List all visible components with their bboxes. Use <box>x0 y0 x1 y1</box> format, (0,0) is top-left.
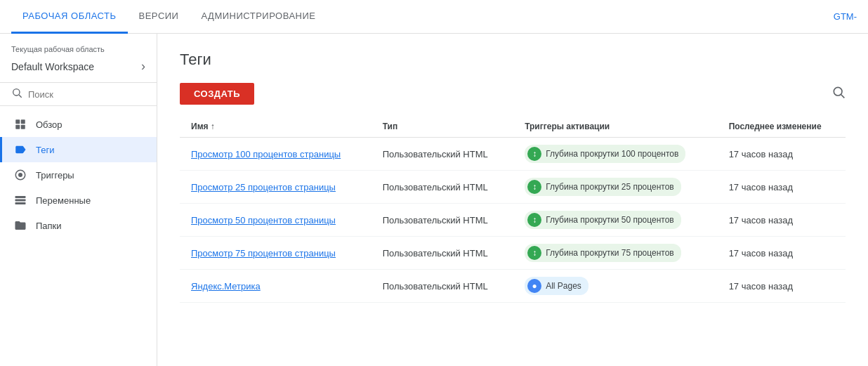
folders-icon <box>13 218 27 233</box>
tag-name-cell: Просмотр 75 процентов страницы <box>180 237 371 270</box>
sidebar-item-overview[interactable]: Обзор <box>0 112 157 137</box>
overview-icon <box>13 117 27 131</box>
svg-rect-10 <box>15 202 26 204</box>
toolbar: СОЗДАТЬ <box>180 83 846 105</box>
sidebar-item-tags[interactable]: Теги <box>0 137 157 162</box>
tag-name-cell: Яндекс.Метрика <box>180 270 371 303</box>
svg-rect-5 <box>21 125 25 129</box>
trigger-icon: ● <box>527 279 541 293</box>
tag-type-cell: Пользовательский HTML <box>371 171 513 204</box>
nav-workspace[interactable]: РАБОЧАЯ ОБЛАСТЬ <box>11 0 128 34</box>
sidebar-item-variables[interactable]: Переменные <box>0 188 157 213</box>
content-area: Теги СОЗДАТЬ Имя ↑ Тип Триггеры активаци… <box>157 34 868 366</box>
table-row: Просмотр 50 процентов страницы Пользоват… <box>180 204 846 237</box>
tag-time-cell: 17 часов назад <box>718 138 846 171</box>
gtm-id: GTM- <box>834 11 857 22</box>
nav-admin[interactable]: АДМИНИСТРИРОВАНИЕ <box>190 0 327 34</box>
table-row: Просмотр 25 процентов страницы Пользоват… <box>180 171 846 204</box>
sidebar-item-triggers-label: Триггеры <box>36 170 74 181</box>
trigger-badge[interactable]: ● All Pages <box>525 277 588 295</box>
tag-trigger-cell: ↕ Глубина прокрутки 100 процентов <box>513 138 718 171</box>
trigger-icon: ↕ <box>527 180 541 194</box>
col-type: Тип <box>371 116 513 138</box>
tag-trigger-cell: ↕ Глубина прокрутки 75 процентов <box>513 237 718 270</box>
trigger-icon: ↕ <box>527 213 541 227</box>
svg-point-11 <box>834 87 842 96</box>
col-name[interactable]: Имя ↑ <box>180 116 371 138</box>
table-row: Яндекс.Метрика Пользовательский HTML ● A… <box>180 270 846 303</box>
trigger-icon: ↕ <box>527 147 541 161</box>
tag-trigger-cell: ↕ Глубина прокрутки 25 процентов <box>513 171 718 204</box>
col-time: Последнее изменение <box>718 116 846 138</box>
sidebar-item-folders-label: Папки <box>36 221 62 231</box>
search-row <box>0 82 157 106</box>
tag-name-link[interactable]: Просмотр 25 процентов страницы <box>191 182 336 192</box>
svg-rect-8 <box>15 196 26 198</box>
create-button[interactable]: СОЗДАТЬ <box>180 83 254 105</box>
tag-time-cell: 17 часов назад <box>718 204 846 237</box>
col-triggers: Триггеры активации <box>513 116 718 138</box>
triggers-icon <box>13 168 27 182</box>
main-layout: Текущая рабочая область Default Workspac… <box>0 34 868 366</box>
svg-rect-9 <box>15 200 26 202</box>
trigger-badge[interactable]: ↕ Глубина прокрутки 100 процентов <box>525 145 685 163</box>
tag-type-cell: Пользовательский HTML <box>371 138 513 171</box>
sidebar-item-tags-label: Теги <box>36 145 54 155</box>
search-icon <box>11 87 22 101</box>
tag-name-cell: Просмотр 100 процентов страницы <box>180 138 371 171</box>
page-title: Теги <box>180 51 846 69</box>
tag-time-cell: 17 часов назад <box>718 270 846 303</box>
svg-rect-2 <box>15 119 20 124</box>
tags-icon <box>13 143 27 157</box>
tag-name-link[interactable]: Яндекс.Метрика <box>191 281 261 292</box>
sidebar-item-variables-label: Переменные <box>36 195 91 206</box>
svg-rect-4 <box>15 125 20 129</box>
tag-name-cell: Просмотр 50 процентов страницы <box>180 204 371 237</box>
nav-versions[interactable]: ВЕРСИИ <box>128 0 190 34</box>
trigger-badge[interactable]: ↕ Глубина прокрутки 75 процентов <box>525 244 681 262</box>
workspace-label: Текущая рабочая область <box>11 45 145 53</box>
tag-trigger-cell: ● All Pages <box>513 270 718 303</box>
table-row: Просмотр 75 процентов страницы Пользоват… <box>180 237 846 270</box>
sidebar-item-overview-label: Обзор <box>36 119 63 130</box>
sidebar-item-triggers[interactable]: Триггеры <box>0 162 157 188</box>
tag-type-cell: Пользовательский HTML <box>371 270 513 303</box>
tag-time-cell: 17 часов назад <box>718 237 846 270</box>
workspace-section: Текущая рабочая область Default Workspac… <box>0 39 157 82</box>
tag-time-cell: 17 часов назад <box>718 171 846 204</box>
tag-trigger-cell: ↕ Глубина прокрутки 50 процентов <box>513 204 718 237</box>
svg-line-1 <box>19 95 22 98</box>
svg-point-7 <box>18 173 22 177</box>
tag-name-cell: Просмотр 25 процентов страницы <box>180 171 371 204</box>
sidebar-item-folders[interactable]: Папки <box>0 213 157 238</box>
tags-table: Имя ↑ Тип Триггеры активации Последнее и… <box>180 116 846 303</box>
tag-type-cell: Пользовательский HTML <box>371 204 513 237</box>
sidebar: Текущая рабочая область Default Workspac… <box>0 34 157 366</box>
tag-name-link[interactable]: Просмотр 75 процентов страницы <box>191 248 336 259</box>
nav-items: Обзор Теги Триггеры <box>0 106 157 238</box>
trigger-icon: ↕ <box>527 246 541 260</box>
top-navigation: РАБОЧАЯ ОБЛАСТЬ ВЕРСИИ АДМИНИСТРИРОВАНИЕ… <box>0 0 868 34</box>
trigger-badge[interactable]: ↕ Глубина прокрутки 25 процентов <box>525 178 681 196</box>
workspace-selector[interactable]: Default Workspace › <box>11 56 145 77</box>
chevron-right-icon: › <box>141 59 145 74</box>
svg-point-0 <box>13 89 20 96</box>
tag-type-cell: Пользовательский HTML <box>371 237 513 270</box>
table-row: Просмотр 100 процентов страницы Пользова… <box>180 138 846 171</box>
workspace-name: Default Workspace <box>11 61 94 72</box>
tag-name-link[interactable]: Просмотр 50 процентов страницы <box>191 215 336 226</box>
search-button[interactable] <box>831 85 846 103</box>
trigger-badge[interactable]: ↕ Глубина прокрутки 50 процентов <box>525 211 681 229</box>
svg-line-12 <box>841 95 845 98</box>
variables-icon <box>13 193 27 207</box>
svg-rect-3 <box>21 119 25 124</box>
search-input[interactable] <box>28 89 145 100</box>
tag-name-link[interactable]: Просмотр 100 процентов страницы <box>191 149 341 159</box>
